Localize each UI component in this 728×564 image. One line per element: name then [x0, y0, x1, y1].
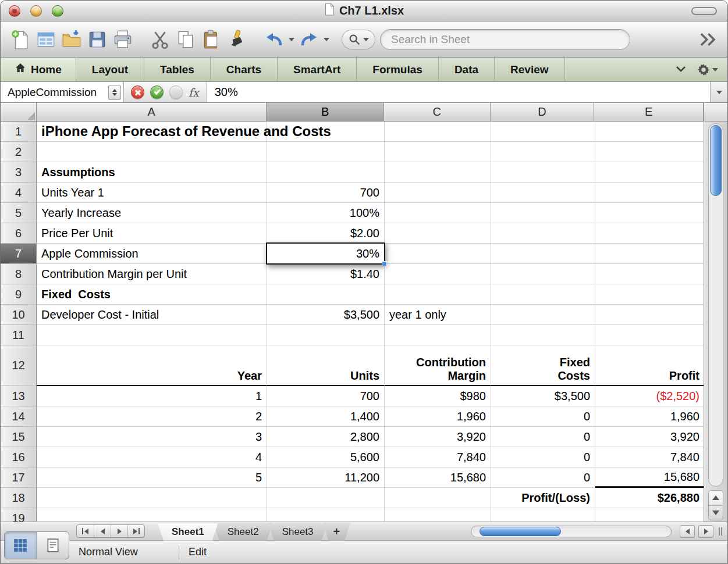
tab-tables[interactable]: Tables: [144, 58, 211, 81]
search-input[interactable]: [380, 29, 630, 50]
cell-E15[interactable]: 3,920: [595, 427, 704, 447]
cell-E11[interactable]: [595, 325, 704, 345]
cell-A4[interactable]: Units Year 1: [37, 183, 267, 203]
cell-A1[interactable]: iPhone App Forecast of Revenue and Costs: [37, 122, 267, 142]
cell-E9[interactable]: [595, 284, 704, 305]
open-button[interactable]: [59, 27, 84, 52]
cell-C14[interactable]: 1,960: [385, 406, 491, 427]
sheet-tab-sheet1[interactable]: Sheet1: [158, 523, 218, 541]
cell-B18[interactable]: [267, 488, 385, 508]
pane-split-handle[interactable]: [717, 525, 724, 538]
cell-E14[interactable]: 1,960: [595, 406, 704, 427]
print-button[interactable]: [110, 27, 136, 52]
next-sheet-button[interactable]: [111, 525, 127, 537]
minimize-button[interactable]: [30, 5, 42, 17]
name-box-stepper[interactable]: [108, 85, 121, 100]
redo-dropdown[interactable]: [322, 27, 331, 52]
row-header-4[interactable]: 4: [1, 183, 37, 203]
cell-D2[interactable]: [491, 142, 595, 162]
formula-bar-expand-button[interactable]: [710, 82, 727, 102]
row-header-1[interactable]: 1: [1, 122, 37, 142]
cell-B15[interactable]: 2,800: [267, 427, 385, 447]
cell-D14[interactable]: 0: [491, 406, 595, 427]
cell-E10[interactable]: [595, 305, 704, 325]
add-sheet-button[interactable]: +: [323, 523, 351, 541]
cell-B17[interactable]: 11,200: [267, 467, 385, 488]
cell-C15[interactable]: 3,920: [385, 427, 491, 447]
cell-B9[interactable]: [267, 284, 385, 305]
format-painter-button[interactable]: [224, 27, 250, 52]
tab-data[interactable]: Data: [439, 58, 495, 81]
vertical-scroll-track[interactable]: [708, 123, 723, 487]
cell-A11[interactable]: [37, 325, 267, 345]
cell-E1[interactable]: [595, 122, 704, 142]
cell-A5[interactable]: Yearly Increase: [37, 203, 267, 223]
cell-A9[interactable]: Fixed Costs: [37, 284, 267, 305]
cell-A19[interactable]: [37, 508, 267, 522]
previous-sheet-button[interactable]: [94, 525, 111, 537]
select-all-corner[interactable]: [1, 103, 37, 122]
cell-D15[interactable]: 0: [491, 427, 595, 447]
column-header-D[interactable]: D: [491, 103, 595, 122]
toolbar-overflow-button[interactable]: [695, 27, 720, 52]
cell-D5[interactable]: [491, 203, 595, 223]
cell-E18[interactable]: $26,880: [595, 488, 704, 508]
cell-C17[interactable]: 15,680: [385, 467, 491, 488]
fx-button[interactable]: fx: [189, 86, 199, 99]
sheet-tab-sheet2[interactable]: Sheet2: [214, 523, 273, 541]
cell-D4[interactable]: [491, 183, 595, 203]
cell-E16[interactable]: 7,840: [595, 447, 704, 467]
row-header-8[interactable]: 8: [1, 264, 37, 284]
column-header-B[interactable]: B: [267, 103, 384, 122]
cell-E4[interactable]: [595, 183, 704, 203]
tab-home[interactable]: Home: [1, 58, 76, 81]
cell-E19[interactable]: [595, 508, 704, 522]
cell-C4[interactable]: [385, 183, 491, 203]
cell-B6[interactable]: $2.00: [267, 223, 385, 244]
cell-A10[interactable]: Developer Cost - Initial: [37, 305, 267, 325]
ribbon-collapse-button[interactable]: [675, 65, 687, 75]
cell-D8[interactable]: [491, 264, 595, 284]
cell-E17[interactable]: 15,680: [595, 467, 704, 488]
horizontal-scroll-track[interactable]: [471, 526, 672, 537]
new-document-button[interactable]: [8, 27, 33, 52]
cell-A14[interactable]: 2: [37, 406, 267, 427]
page-layout-view-button[interactable]: [37, 532, 69, 559]
cell-D6[interactable]: [491, 223, 595, 244]
row-header-14[interactable]: 14: [1, 406, 37, 427]
cell-E2[interactable]: [595, 142, 704, 162]
tab-charts[interactable]: Charts: [211, 58, 278, 81]
row-header-9[interactable]: 9: [1, 284, 37, 305]
save-button[interactable]: [84, 27, 110, 52]
cell-A13[interactable]: 1: [37, 386, 267, 406]
column-header-E[interactable]: E: [594, 103, 704, 122]
cell-B3[interactable]: [267, 162, 385, 183]
vertical-scroll-thumb[interactable]: [710, 125, 722, 196]
row-header-18[interactable]: 18: [1, 488, 37, 508]
scroll-right-button[interactable]: [698, 525, 713, 538]
row-header-10[interactable]: 10: [1, 305, 37, 325]
scroll-up-button[interactable]: [709, 491, 723, 505]
redo-button[interactable]: [296, 27, 322, 52]
cell-C3[interactable]: [385, 162, 491, 183]
cell-C19[interactable]: [385, 508, 491, 522]
undo-dropdown[interactable]: [287, 27, 296, 52]
accept-button[interactable]: [150, 85, 164, 99]
cell-E13[interactable]: ($2,520): [595, 386, 704, 406]
column-header-A[interactable]: A: [37, 103, 267, 122]
cell-D17[interactable]: 0: [491, 467, 595, 488]
cell-D16[interactable]: 0: [491, 447, 595, 467]
cell-C12[interactable]: Contribution Margin: [385, 345, 491, 386]
cell-A18[interactable]: [37, 488, 267, 508]
cell-D18[interactable]: Profit/(Loss): [491, 488, 595, 508]
cell-B16[interactable]: 5,600: [267, 447, 385, 467]
name-box[interactable]: AppleCommission: [1, 82, 124, 102]
cell-A7[interactable]: Apple Commission: [37, 244, 267, 264]
row-header-11[interactable]: 11: [1, 325, 37, 345]
tab-layout[interactable]: Layout: [76, 58, 144, 81]
cell-C18[interactable]: [385, 488, 491, 508]
cell-C8[interactable]: [385, 264, 491, 284]
cell-C16[interactable]: 7,840: [385, 447, 491, 467]
cell-C13[interactable]: $980: [385, 386, 491, 406]
cell-A15[interactable]: 3: [37, 427, 267, 447]
